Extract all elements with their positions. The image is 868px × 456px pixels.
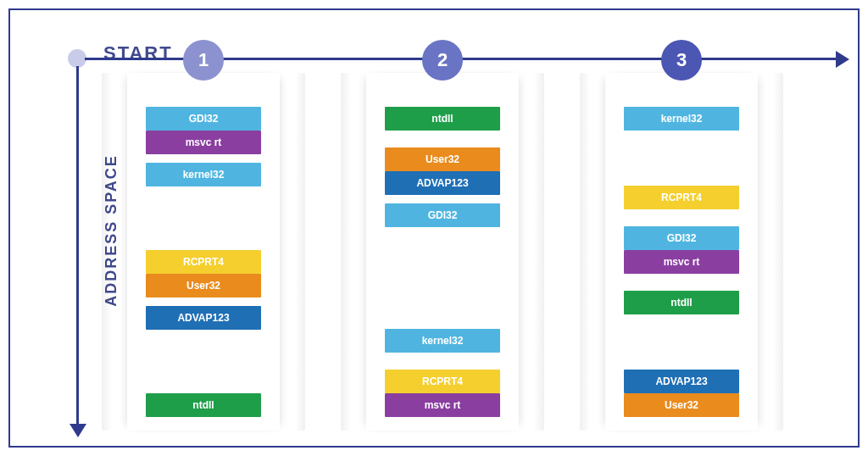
module-block: ntdll	[385, 107, 500, 131]
address-gap-small	[624, 274, 739, 282]
address-gap	[385, 227, 500, 329]
module-block: ADVAP123	[624, 370, 739, 393]
module-block: User32	[385, 147, 500, 171]
module-block: User32	[624, 393, 739, 417]
module-block: ADVAP123	[146, 306, 261, 330]
address-column-1: GDI32msvc rtkernel32RCPRT4User32ADVAP123…	[127, 73, 280, 431]
y-axis-line	[76, 66, 79, 427]
column-shadow-icon	[534, 73, 544, 431]
diagram-frame: START ADDRESS SPACE 1GDI32msvc rtkernel3…	[8, 8, 860, 448]
column-shadow-icon	[102, 73, 112, 431]
address-gap-small	[385, 139, 500, 147]
module-block: ADVAP123	[385, 171, 500, 195]
module-block: kernel32	[385, 329, 500, 353]
memory-stack: GDI32msvc rtkernel32RCPRT4User32ADVAP123…	[146, 107, 261, 417]
address-column-3: kernel32RCPRT4GDI32msvc rtntdllADVAP123U…	[605, 73, 758, 431]
address-gap-small	[624, 282, 739, 291]
address-gap-small	[385, 131, 500, 139]
address-gap-small	[624, 209, 739, 218]
step-circle-1: 1	[183, 40, 224, 81]
address-column-2: ntdllUser32ADVAP123GDI32kernel32RCPRT4ms…	[366, 73, 519, 431]
address-gap-small	[385, 353, 500, 361]
module-block: GDI32	[146, 107, 261, 131]
module-block: User32	[146, 274, 261, 298]
memory-stack: kernel32RCPRT4GDI32msvc rtntdllADVAP123U…	[624, 107, 739, 417]
step-circle-3: 3	[661, 40, 702, 81]
address-gap-small	[146, 154, 261, 163]
column-shadow-icon	[580, 73, 590, 431]
module-block: RCPRT4	[624, 186, 739, 209]
column-shadow-icon	[295, 73, 305, 431]
module-block: msvc rt	[385, 393, 500, 417]
module-block: RCPRT4	[385, 370, 500, 393]
module-block: kernel32	[624, 107, 739, 131]
memory-stack: ntdllUser32ADVAP123GDI32kernel32RCPRT4ms…	[385, 107, 500, 417]
module-block: RCPRT4	[146, 250, 261, 274]
module-block: msvc rt	[624, 250, 739, 274]
step-circle-2: 2	[422, 40, 463, 81]
module-block: GDI32	[624, 226, 739, 250]
start-label: START	[103, 42, 173, 64]
address-gap	[146, 186, 261, 250]
arrow-right-icon	[836, 51, 849, 68]
address-gap	[146, 330, 261, 393]
address-gap-small	[146, 298, 261, 306]
arrow-down-icon	[70, 424, 86, 437]
address-gap	[624, 131, 739, 186]
column-shadow-icon	[773, 73, 783, 431]
module-block: ntdll	[624, 291, 739, 314]
address-gap-small	[385, 195, 500, 203]
module-block: kernel32	[146, 163, 261, 186]
address-gap	[624, 314, 739, 370]
module-block: msvc rt	[146, 131, 261, 154]
module-block: ntdll	[146, 393, 261, 417]
address-gap-small	[624, 218, 739, 226]
module-block: GDI32	[385, 203, 500, 227]
address-gap-small	[385, 361, 500, 370]
column-shadow-icon	[341, 73, 351, 431]
origin-dot-icon	[68, 49, 86, 68]
